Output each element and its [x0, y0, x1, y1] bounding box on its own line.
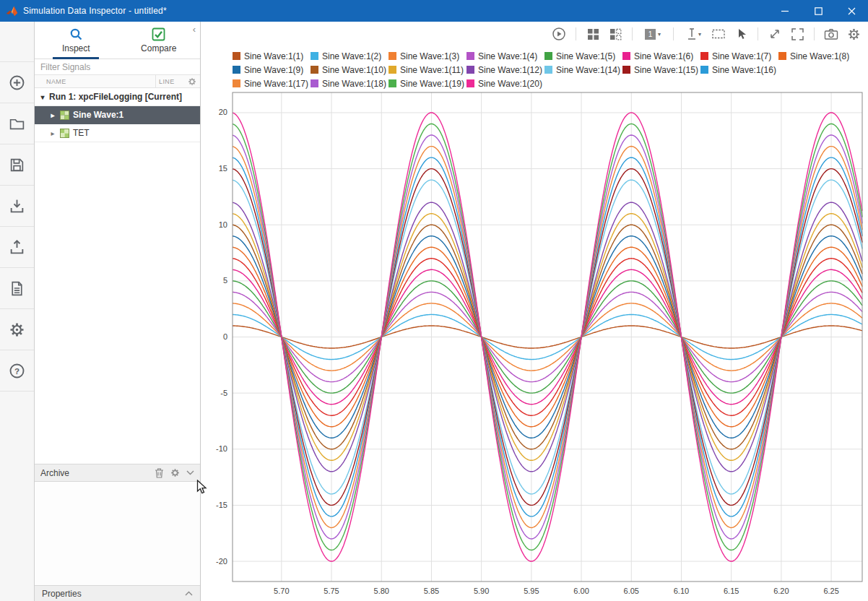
legend-label: Sine Wave:1(6): [634, 51, 693, 61]
legend-item[interactable]: Sine Wave:1(2): [311, 51, 389, 61]
gear-icon: [9, 321, 25, 338]
x-tick-label: 5.90: [474, 587, 489, 595]
document-icon: [9, 280, 25, 297]
chevron-up-icon[interactable]: [185, 591, 193, 596]
layout-edit-button[interactable]: [607, 25, 624, 43]
y-tick-label: 20: [219, 108, 227, 116]
tab-compare[interactable]: Compare: [118, 22, 201, 59]
legend-item[interactable]: Sine Wave:1(4): [466, 51, 544, 61]
layout-grid-button[interactable]: [584, 25, 602, 43]
svg-text:?: ?: [14, 366, 19, 375]
legend-item[interactable]: Sine Wave:1(14): [544, 65, 622, 75]
legend-item[interactable]: Sine Wave:1(15): [622, 65, 700, 75]
data-cursors-button[interactable]: ▾: [682, 25, 705, 43]
legend-item[interactable]: Sine Wave:1(20): [466, 79, 544, 89]
x-tick-label: 5.80: [374, 587, 389, 595]
delete-icon[interactable]: [155, 468, 164, 478]
archive-settings-icon[interactable]: [170, 468, 180, 477]
expand-icon: [768, 27, 781, 40]
legend-item[interactable]: Sine Wave:1(16): [700, 65, 778, 75]
legend-label: Sine Wave:1(14): [556, 65, 620, 75]
app-toolbar: ?: [0, 22, 35, 601]
add-icon: [9, 74, 25, 91]
maximize-button[interactable]: [802, 0, 835, 22]
legend-label: Sine Wave:1(10): [322, 65, 386, 75]
playback-button[interactable]: [550, 25, 568, 43]
legend-swatch: [544, 52, 552, 60]
legend-item[interactable]: Sine Wave:1(5): [544, 51, 622, 61]
pointer-button[interactable]: [732, 25, 750, 43]
legend-item[interactable]: Sine Wave:1(1): [233, 51, 311, 61]
legend-label: Sine Wave:1(4): [478, 51, 537, 61]
tab-inspect[interactable]: Inspect: [35, 22, 118, 59]
y-tick-label: -20: [216, 557, 227, 566]
expand-arrow-icon[interactable]: ▸: [49, 111, 56, 119]
window-body: ? Inspect: [0, 22, 868, 601]
open-button[interactable]: [0, 103, 34, 144]
expand-button[interactable]: [766, 25, 784, 43]
legend-item[interactable]: Sine Wave:1(7): [700, 51, 778, 61]
legend-swatch: [233, 66, 240, 74]
table-settings-icon[interactable]: [188, 77, 196, 86]
legend-swatch: [389, 79, 396, 87]
column-name[interactable]: NAME: [35, 78, 155, 85]
legend-swatch: [622, 52, 630, 60]
legend-item[interactable]: Sine Wave:1(9): [233, 65, 311, 75]
legend-item[interactable]: Sine Wave:1(3): [389, 51, 466, 61]
chevron-down-icon[interactable]: [186, 470, 194, 475]
run-row[interactable]: ▾ Run 1: xpcFileLogging [Current]: [35, 88, 200, 106]
sublayout-dropdown[interactable]: 1 ▾: [641, 25, 665, 43]
collapse-panel-button[interactable]: ‹: [193, 25, 196, 34]
toolbar-separator: [576, 27, 576, 40]
signal-group-icon: [60, 111, 69, 120]
help-button[interactable]: ?: [0, 350, 34, 392]
add-button[interactable]: [0, 62, 34, 103]
toolbar-separator: [632, 27, 633, 40]
collapse-arrow-icon[interactable]: ▾: [39, 93, 46, 101]
preferences-button[interactable]: [0, 309, 34, 350]
panel-tabs: Inspect Compare ‹: [35, 22, 200, 59]
expand-arrow-icon[interactable]: ▸: [49, 129, 56, 137]
properties-header[interactable]: Properties: [35, 585, 200, 601]
legend-item[interactable]: Sine Wave:1(19): [389, 79, 466, 89]
compare-check-icon: [152, 27, 165, 41]
zoom-region-button[interactable]: [710, 25, 727, 43]
legend-item[interactable]: Sine Wave:1(12): [466, 65, 544, 75]
fit-to-view-button[interactable]: [789, 25, 806, 43]
signal-tree: ▾ Run 1: xpcFileLogging [Current] ▸ Sine…: [35, 88, 200, 464]
legend-swatch: [544, 66, 552, 74]
report-button[interactable]: [0, 268, 34, 309]
legend-label: Sine Wave:1(8): [790, 51, 849, 61]
signal-row-tet[interactable]: ▸ TET: [35, 124, 200, 142]
save-button[interactable]: [0, 144, 34, 186]
app-window: Simulation Data Inspector - untitled*: [0, 0, 868, 601]
legend-item[interactable]: Sine Wave:1(11): [389, 65, 466, 75]
legend-label: Sine Wave:1(3): [400, 51, 459, 61]
legend-swatch: [700, 52, 708, 60]
plot-settings-button[interactable]: [845, 25, 862, 43]
legend-item[interactable]: Sine Wave:1(6): [622, 51, 700, 61]
x-tick-label: 5.75: [324, 587, 339, 595]
legend-label: Sine Wave:1(19): [400, 79, 464, 89]
export-icon: [9, 239, 25, 256]
close-button[interactable]: [835, 0, 868, 22]
playback-icon: [552, 27, 566, 41]
import-button[interactable]: [0, 186, 34, 227]
plot-canvas[interactable]: 5.705.755.805.855.905.956.006.056.106.15…: [201, 91, 868, 601]
minimize-button[interactable]: [768, 0, 802, 22]
legend-item[interactable]: Sine Wave:1(18): [311, 79, 389, 89]
signal-row-sine-wave[interactable]: ▸ Sine Wave:1: [35, 106, 200, 124]
column-line[interactable]: LINE: [155, 75, 184, 87]
camera-icon: [824, 27, 838, 40]
legend-item[interactable]: Sine Wave:1(8): [778, 51, 856, 61]
export-button[interactable]: [0, 227, 34, 268]
snapshot-button[interactable]: [823, 25, 840, 43]
pointer-icon: [734, 27, 747, 40]
legend-swatch: [233, 79, 240, 87]
filter-signals-input[interactable]: [35, 59, 200, 75]
y-tick-label: -15: [216, 501, 227, 509]
legend-item[interactable]: Sine Wave:1(17): [233, 79, 311, 89]
legend-item[interactable]: Sine Wave:1(10): [311, 65, 389, 75]
legend: Sine Wave:1(1)Sine Wave:1(2)Sine Wave:1(…: [201, 46, 868, 91]
zoom-region-icon: [711, 27, 726, 40]
